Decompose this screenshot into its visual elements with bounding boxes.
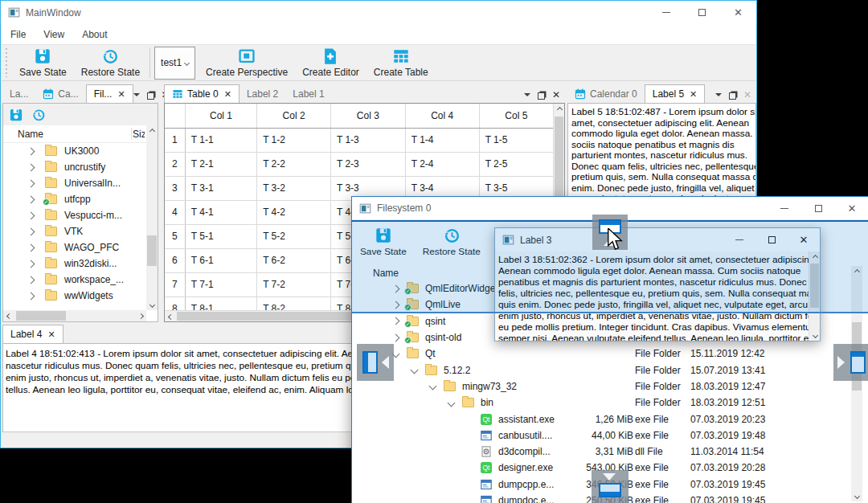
tree-item-UK3000[interactable]: UK3000	[3, 143, 146, 159]
dock-bottom-indicator[interactable]	[592, 470, 628, 503]
chevron-right-icon[interactable]	[27, 260, 35, 268]
table-column-header[interactable]: Col 3	[331, 104, 406, 128]
table-cell[interactable]: T 5-1	[185, 224, 256, 248]
tree-item-utfcpp[interactable]: ✓utfcpp	[3, 191, 146, 207]
tree-item-workspace[interactable]: workspace_...	[3, 272, 146, 288]
minimize-button[interactable]	[648, 1, 684, 24]
fs-tree-item-Qt[interactable]: QtFile Folder15.11.2019 12:42	[352, 346, 868, 362]
chevron-right-icon[interactable]	[27, 276, 35, 284]
tree-column-header[interactable]: Name Size	[3, 125, 158, 143]
chevron-right-icon[interactable]	[27, 292, 35, 300]
table-column-header[interactable]: Col 1	[185, 104, 256, 128]
table-cell[interactable]: T 8-1	[185, 296, 256, 310]
create-table-button[interactable]: Create Table	[366, 46, 436, 80]
table-column-header[interactable]: Col 4	[405, 104, 479, 128]
table-column-header[interactable]: Col 2	[257, 104, 331, 128]
close-button[interactable]: ✕	[720, 1, 756, 24]
table-row-header[interactable]: 1	[165, 128, 185, 152]
chevron-down-icon[interactable]	[429, 382, 437, 391]
create-editor-button[interactable]: Create Editor	[295, 46, 366, 80]
perspective-combobox[interactable]: test1	[154, 47, 195, 80]
table-row-header[interactable]: 4	[165, 200, 185, 224]
table-row-header[interactable]: 6	[165, 248, 185, 272]
tab-label2[interactable]: Label 2	[240, 85, 285, 103]
dock-right-indicator[interactable]	[833, 344, 868, 381]
menu-item-file[interactable]: File	[2, 24, 35, 44]
dock-left-indicator[interactable]	[357, 344, 394, 381]
tree-item-wwWidgets[interactable]: wwWidgets	[3, 288, 146, 304]
chevron-right-icon[interactable]	[27, 147, 35, 155]
close-icon[interactable]: ✕	[224, 89, 231, 100]
tree-item-win32diski[interactable]: win32diski...	[3, 256, 146, 272]
table-cell[interactable]: T 7-1	[185, 272, 256, 296]
restore-state-button[interactable]: Restore State	[74, 46, 147, 80]
tabs-menu-button[interactable]	[524, 93, 530, 96]
undock-button[interactable]	[729, 92, 736, 100]
left-tree-hscrollbar[interactable]	[3, 310, 146, 321]
table-row-header[interactable]: 8	[165, 296, 185, 310]
save-state-button[interactable]: Save State	[12, 46, 74, 80]
chevron-right-icon[interactable]	[392, 333, 400, 341]
maximize-button[interactable]	[684, 1, 720, 24]
table-cell[interactable]: T 2-4	[405, 152, 479, 176]
chevron-right-icon[interactable]	[27, 243, 35, 251]
undock-button[interactable]	[538, 92, 545, 100]
main-titlebar[interactable]: MainWindow ✕	[1, 1, 756, 24]
table-cell[interactable]: T 8-2	[257, 296, 331, 310]
toolbar-handle[interactable]	[6, 48, 7, 77]
table-cell[interactable]: T 1-4	[405, 128, 479, 152]
table-cell[interactable]: T 6-1	[185, 248, 256, 272]
tabs-menu-button[interactable]	[133, 93, 140, 96]
create-perspective-button[interactable]: Create Perspective	[199, 46, 295, 80]
tree-item-uncrustify[interactable]: uncrustify	[3, 159, 146, 175]
tab-ca[interactable]: Ca...	[35, 85, 85, 103]
left-tree-vscrollbar[interactable]	[146, 125, 158, 310]
table-row-header[interactable]: 5	[165, 224, 185, 248]
tree-item-UniversalIn[interactable]: UniversalIn...	[3, 175, 146, 191]
close-icon[interactable]: ✕	[117, 89, 125, 100]
menu-item-about[interactable]: About	[73, 24, 116, 44]
fs-tree-item-d3dcompil[interactable]: d3dcompil...3,31 MiBdll File11.03.2014 1…	[352, 444, 868, 460]
table-cell[interactable]: T 1-1	[185, 128, 256, 152]
chevron-down-icon[interactable]	[411, 366, 419, 374]
close-icon[interactable]: ✕	[47, 329, 55, 340]
tab-label4[interactable]: Label 4 ✕	[2, 325, 63, 343]
tab-fil[interactable]: Fil...✕	[86, 84, 133, 103]
close-group-button[interactable]: ✕	[552, 90, 560, 100]
close-button[interactable]: ✕	[835, 197, 868, 220]
save-icon[interactable]	[9, 108, 23, 122]
fs-tree-item-canbusutil[interactable]: canbusutil....44,00 KiBexe File07.03.201…	[352, 427, 868, 444]
fs-tree-item-bin[interactable]: binFile Folder18.03.2019 12:51	[352, 395, 868, 411]
chevron-right-icon[interactable]	[392, 317, 400, 325]
table-cell[interactable]: T 2-5	[479, 152, 553, 176]
maximize-button[interactable]	[801, 197, 835, 220]
fs-tree-item-mingw7332[interactable]: mingw73_32File Folder18.03.2019 12:47	[352, 378, 868, 395]
table-cell[interactable]: T 2-1	[185, 152, 256, 176]
table-row-header[interactable]: 3	[165, 176, 185, 200]
table-cell[interactable]: T 4-1	[185, 200, 256, 224]
close-group-button[interactable]: ✕	[743, 90, 751, 100]
tree-item-Vespuccim[interactable]: Vespucci-m...	[3, 207, 146, 223]
tabs-menu-button[interactable]	[715, 93, 722, 96]
table-cell[interactable]: T 3-2	[257, 176, 331, 200]
chevron-down-icon[interactable]	[448, 399, 456, 407]
undock-button[interactable]	[147, 92, 154, 100]
close-icon[interactable]: ✕	[690, 89, 697, 100]
table-cell[interactable]: T 2-2	[257, 152, 331, 176]
tab-table0[interactable]: Table 0✕	[164, 84, 240, 103]
table-cell[interactable]: T 4-2	[257, 200, 331, 224]
fs-tree-item-assistantexe[interactable]: Qtassistant.exe1,26 MiBexe File07.03.201…	[352, 411, 868, 427]
chevron-right-icon[interactable]	[27, 163, 35, 171]
chevron-right-icon[interactable]	[27, 179, 35, 187]
minimize-button[interactable]	[768, 197, 801, 220]
table-cell[interactable]: T 1-5	[479, 128, 553, 152]
tab-label5[interactable]: Label 5✕	[645, 84, 706, 103]
table-cell[interactable]: T 7-2	[257, 272, 331, 296]
tree-item-VTK[interactable]: VTK	[3, 223, 146, 239]
tab-la[interactable]: La...	[2, 85, 35, 103]
restore-icon[interactable]	[31, 108, 46, 122]
table-row-header[interactable]: 7	[165, 272, 185, 296]
table-cell[interactable]: T 5-2	[257, 224, 331, 248]
tab-label1[interactable]: Label 1	[285, 85, 331, 103]
table-column-header[interactable]: Col 5	[479, 104, 553, 128]
